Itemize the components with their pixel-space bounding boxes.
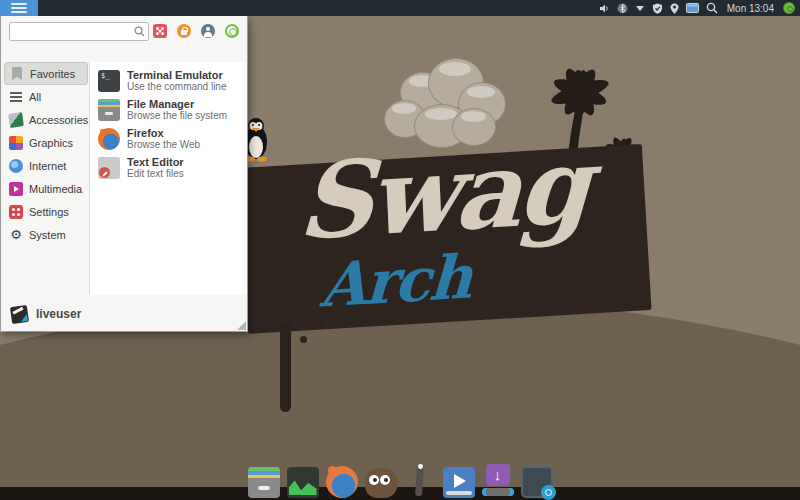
app-description: Browse the file system	[127, 110, 227, 121]
gear-icon: ⚙	[9, 228, 23, 242]
whisker-menu: Favorites All Accessories Graphics Inter…	[0, 16, 248, 332]
dock-gimp[interactable]	[365, 464, 397, 498]
switch-user-button[interactable]	[201, 24, 215, 38]
dock-download-manager[interactable]	[482, 464, 514, 498]
menu-app-list: $_ Terminal Emulator Use the command lin…	[89, 62, 246, 295]
pen-icon	[414, 466, 423, 496]
search-icon[interactable]	[706, 2, 718, 14]
app-description: Use the command line	[127, 81, 227, 92]
category-all[interactable]: All	[4, 85, 88, 108]
app-item-text-editor[interactable]: Text Editor Edit text files	[96, 153, 240, 182]
category-label: Settings	[29, 206, 69, 218]
lock-screen-button[interactable]	[177, 24, 191, 38]
app-item-firefox[interactable]: Firefox Browse the Web	[96, 124, 240, 153]
globe-icon	[9, 159, 23, 173]
resize-grip[interactable]	[237, 321, 246, 330]
category-label: Graphics	[29, 137, 73, 149]
category-label: All	[29, 91, 41, 103]
category-system[interactable]: ⚙ System	[4, 223, 88, 246]
display-icon[interactable]	[686, 3, 699, 13]
text-editor-icon	[98, 157, 120, 179]
settings-dots-icon	[9, 205, 23, 219]
bluetooth-icon[interactable]	[617, 3, 628, 14]
clock[interactable]: Mon 13:04	[725, 3, 776, 14]
paint-drip	[280, 322, 291, 412]
dock-image-viewer[interactable]	[287, 464, 319, 498]
category-graphics[interactable]: Graphics	[4, 131, 88, 154]
category-label: System	[29, 229, 66, 241]
category-label: Favorites	[30, 68, 75, 80]
dock-drawing-tool[interactable]	[404, 464, 436, 498]
menu-search-row	[1, 16, 247, 46]
wallpaper-logo-board: Swag Arch	[238, 144, 651, 334]
firefox-icon	[326, 466, 358, 498]
file-manager-icon	[98, 99, 120, 121]
volume-icon[interactable]	[599, 3, 610, 14]
list-icon	[9, 90, 23, 104]
category-label: Accessories	[29, 114, 88, 126]
dock	[0, 464, 800, 498]
system-tray: Mon 13:04	[599, 2, 795, 14]
app-title: Terminal Emulator	[127, 69, 227, 81]
distro-logo-icon	[10, 304, 29, 323]
bookmark-icon	[10, 67, 24, 81]
category-label: Multimedia	[29, 183, 82, 195]
username: liveuser	[36, 307, 81, 321]
category-favorites[interactable]: Favorites	[4, 62, 88, 85]
category-multimedia[interactable]: Multimedia	[4, 177, 88, 200]
app-item-terminal-emulator[interactable]: $_ Terminal Emulator Use the command lin…	[96, 66, 240, 95]
video-player-icon	[443, 467, 475, 498]
updates-icon[interactable]	[783, 2, 795, 14]
search-input[interactable]	[9, 22, 149, 41]
file-manager-icon	[248, 467, 280, 498]
menu-user-row: liveuser	[1, 297, 247, 331]
screenshot-icon	[521, 466, 553, 498]
security-shield-icon[interactable]	[652, 3, 663, 14]
log-out-button[interactable]	[225, 24, 239, 38]
network-dropdown-icon[interactable]	[635, 3, 645, 13]
top-panel: Mon 13:04	[0, 0, 800, 16]
color-palette-icon	[9, 136, 23, 150]
dock-firefox[interactable]	[326, 464, 358, 498]
settings-manager-button[interactable]	[153, 24, 167, 38]
paint-splatter	[300, 336, 307, 343]
gimp-icon	[365, 468, 397, 498]
menu-categories: Favorites All Accessories Graphics Inter…	[4, 62, 88, 295]
app-title: File Manager	[127, 98, 227, 110]
utility-knife-icon	[8, 112, 24, 128]
dock-file-manager[interactable]	[248, 464, 280, 498]
search-icon	[134, 26, 145, 37]
app-description: Browse the Web	[127, 139, 200, 150]
download-manager-icon	[482, 464, 514, 498]
location-icon[interactable]	[670, 3, 679, 14]
dock-video-player[interactable]	[443, 464, 475, 498]
applications-menu-button[interactable]	[0, 0, 38, 16]
paint-splatter	[318, 320, 323, 325]
app-item-file-manager[interactable]: File Manager Browse the file system	[96, 95, 240, 124]
category-settings[interactable]: Settings	[4, 200, 88, 223]
app-title: Text Editor	[127, 156, 184, 168]
app-title: Firefox	[127, 127, 200, 139]
media-play-icon	[9, 182, 23, 196]
category-label: Internet	[29, 160, 66, 172]
category-internet[interactable]: Internet	[4, 154, 88, 177]
category-accessories[interactable]: Accessories	[4, 108, 88, 131]
app-description: Edit text files	[127, 168, 184, 179]
desktop: Swag Arch	[0, 0, 800, 500]
image-viewer-icon	[287, 467, 319, 498]
dock-screenshot-tool[interactable]	[521, 464, 553, 498]
firefox-icon	[98, 128, 120, 150]
terminal-icon: $_	[98, 70, 120, 92]
